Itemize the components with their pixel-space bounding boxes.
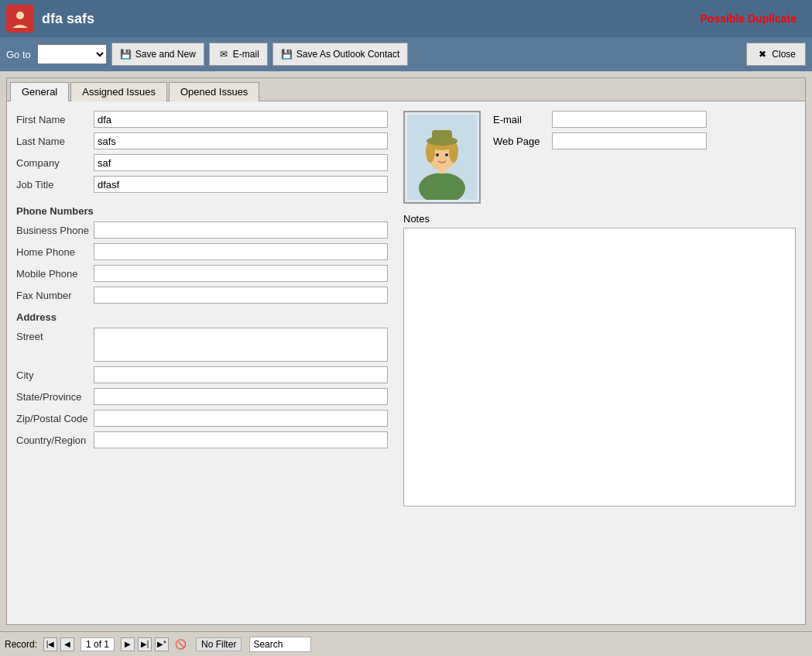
job-title-label: Job Title (16, 179, 94, 191)
save-outlook-icon: 💾 (281, 48, 293, 60)
state-label: State/Province (16, 391, 94, 403)
city-row: City (16, 366, 388, 383)
svg-point-11 (436, 153, 439, 156)
business-phone-row: Business Phone (16, 222, 388, 239)
email-button[interactable]: ✉ E-mail (209, 43, 268, 66)
city-input[interactable] (94, 366, 388, 383)
last-name-label: Last Name (16, 136, 94, 147)
tab-opened-issues[interactable]: Opened Issues (169, 82, 259, 101)
tab-general[interactable]: General (10, 82, 69, 101)
tab-assigned-issues[interactable]: Assigned Issues (70, 82, 167, 101)
save-outlook-button[interactable]: 💾 Save As Outlook Contact (272, 43, 408, 66)
address-header: Address (16, 311, 388, 323)
search-input[interactable] (249, 637, 311, 652)
zip-input[interactable] (94, 410, 388, 427)
nav-first-button[interactable]: |◀ (43, 637, 57, 651)
nav-prev-button[interactable]: ◀ (60, 637, 74, 651)
fax-number-input[interactable] (94, 287, 388, 304)
country-label: Country/Region (16, 434, 94, 446)
title-bar: dfa safs Possible Duplicate (0, 0, 812, 37)
record-label: Record: (5, 639, 37, 650)
business-phone-label: Business Phone (16, 225, 94, 236)
mobile-phone-row: Mobile Phone (16, 265, 388, 282)
status-bar: Record: |◀ ◀ ▶ ▶| ▶* 🚫 No Filter (0, 631, 812, 656)
first-name-label: First Name (16, 114, 94, 125)
nav-last-button[interactable]: ▶| (138, 637, 152, 651)
email-web-fields: E-mail Web Page (493, 111, 707, 204)
zip-label: Zip/Postal Code (16, 413, 94, 424)
nav-next-button[interactable]: ▶ (121, 637, 135, 651)
country-input[interactable] (94, 431, 388, 448)
business-phone-input[interactable] (94, 222, 388, 239)
email-input[interactable] (552, 111, 707, 128)
duplicate-warning: Possible Duplicate (701, 12, 797, 25)
tab-bar: General Assigned Issues Opened Issues (7, 78, 805, 101)
email-field-row: E-mail (493, 111, 707, 128)
tab-container: General Assigned Issues Opened Issues Fi… (6, 77, 806, 625)
web-page-input[interactable] (552, 132, 707, 149)
home-phone-row: Home Phone (16, 243, 388, 260)
fax-number-row: Fax Number (16, 287, 388, 304)
street-input[interactable] (94, 328, 388, 362)
svg-point-1 (16, 12, 24, 19)
company-label: Company (16, 157, 94, 169)
save-new-button[interactable]: 💾 Save and New (111, 43, 204, 66)
svg-rect-10 (432, 130, 452, 143)
company-input[interactable] (94, 154, 388, 171)
left-column: First Name Last Name Company (16, 111, 388, 509)
web-page-label: Web Page (493, 136, 547, 147)
goto-label: Go to (6, 49, 31, 60)
record-info-input[interactable] (81, 637, 115, 651)
title-text: dfa safs (42, 11, 701, 27)
last-name-input[interactable] (94, 132, 388, 149)
zip-row: Zip/Postal Code (16, 410, 388, 427)
first-name-input[interactable] (94, 111, 388, 128)
email-icon: ✉ (218, 48, 230, 60)
city-label: City (16, 369, 94, 381)
tab-content: First Name Last Name Company (7, 101, 805, 623)
street-label: Street (16, 328, 94, 342)
state-input[interactable] (94, 388, 388, 405)
mobile-phone-input[interactable] (94, 265, 388, 282)
avatar (403, 111, 481, 204)
web-page-row: Web Page (493, 132, 707, 149)
goto-select[interactable] (37, 44, 107, 64)
last-name-row: Last Name (16, 132, 388, 149)
app-icon (6, 5, 34, 33)
notes-label: Notes (403, 213, 796, 225)
company-row: Company (16, 154, 388, 171)
email-label: E-mail (233, 49, 259, 60)
toolbar: Go to 💾 Save and New ✉ E-mail 💾 Save As … (0, 37, 812, 71)
close-button[interactable]: ✖ Close (746, 43, 806, 66)
nav-new-button[interactable]: ▶* (155, 637, 169, 651)
mobile-phone-label: Mobile Phone (16, 268, 94, 280)
svg-point-12 (445, 153, 448, 156)
right-column: E-mail Web Page Notes (403, 111, 796, 509)
country-row: Country/Region (16, 431, 388, 448)
first-name-row: First Name (16, 111, 388, 128)
no-filter-label: No Filter (196, 637, 242, 651)
save-new-icon: 💾 (120, 48, 132, 60)
email-right-label: E-mail (493, 114, 547, 125)
notes-textarea[interactable] (403, 228, 796, 507)
job-title-input[interactable] (94, 176, 388, 193)
form-area: First Name Last Name Company (16, 111, 796, 509)
home-phone-label: Home Phone (16, 246, 94, 258)
job-title-row: Job Title (16, 176, 388, 193)
close-label: Close (772, 49, 796, 60)
main-area: General Assigned Issues Opened Issues Fi… (0, 71, 812, 631)
fax-number-label: Fax Number (16, 290, 94, 301)
save-new-label: Save and New (135, 49, 196, 60)
close-icon: ✖ (756, 48, 769, 60)
street-row: Street (16, 328, 388, 362)
filter-icon: 🚫 (175, 639, 187, 650)
state-row: State/Province (16, 388, 388, 405)
phone-numbers-header: Phone Numbers (16, 205, 388, 217)
home-phone-input[interactable] (94, 243, 388, 260)
save-outlook-label: Save As Outlook Contact (296, 49, 399, 60)
